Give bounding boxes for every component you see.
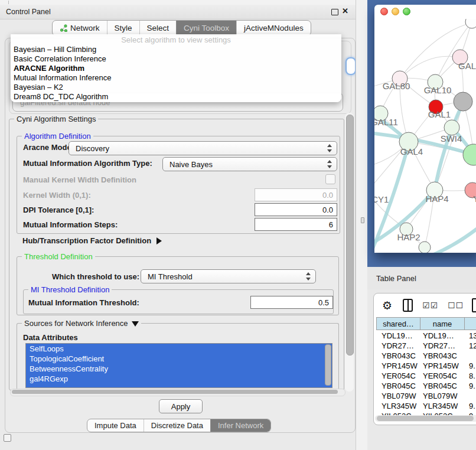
network-node[interactable]: [463, 144, 476, 165]
kernel-width-field[interactable]: 0.0: [255, 188, 337, 201]
tab-network[interactable]: Network: [53, 21, 107, 35]
float-window-icon[interactable]: [331, 9, 338, 15]
manual-kernel-checkbox[interactable]: [325, 174, 335, 184]
algorithm-option[interactable]: Bayesian – K2: [11, 83, 341, 92]
which-threshold-value: MI Threshold: [148, 272, 193, 281]
spinner-arrows-icon: [327, 160, 332, 168]
attribute-item[interactable]: BetweennessCentrality: [26, 364, 332, 374]
table-horizontal-scrollbar[interactable]: [375, 415, 476, 422]
tab-style[interactable]: Style: [107, 21, 139, 35]
data-attributes-list[interactable]: SelfLoops TopologicalCoefficient Between…: [25, 343, 332, 388]
network-node[interactable]: [419, 242, 431, 253]
table-row[interactable]: YBR043CYBR043C: [377, 351, 476, 361]
table-cell[interactable]: YBL079W: [377, 392, 420, 400]
table-cell[interactable]: 9.: [465, 361, 475, 370]
dpi-tolerance-field[interactable]: 0.0: [255, 203, 337, 216]
algorithm-option[interactable]: Basic Correlation Inference: [11, 54, 341, 64]
window-minimize-icon[interactable]: [392, 8, 399, 15]
attribute-item[interactable]: TopologicalCoefficient: [26, 354, 332, 364]
cyni-algorithm-settings-group: Cyni Algorithm Settings Algorithm Defini…: [9, 119, 344, 390]
tab-jactivemnodules[interactable]: jActiveMNodules: [236, 21, 311, 35]
table-cell[interactable]: 9.: [465, 402, 475, 410]
tab-cyni-toolbox[interactable]: Cyni Toolbox: [176, 21, 236, 35]
table-row[interactable]: YDR27…YDR27…12: [377, 341, 476, 351]
sources-group-title[interactable]: Sources for Network Inference: [22, 319, 141, 328]
aracne-mode-value: Discovery: [76, 144, 109, 153]
table-row[interactable]: YER054CYER054C8.: [377, 371, 476, 381]
network-view-window[interactable]: GALGAL80GAL10GAL1GAL11SWI4GAL4GCY1HAP4YH…: [374, 5, 476, 253]
table-cell[interactable]: YDL19…: [420, 331, 465, 340]
table-cell[interactable]: YPR145W: [377, 361, 420, 370]
table-cell[interactable]: 12: [465, 341, 476, 350]
panel-splitter[interactable]: [356, 0, 369, 450]
mi-algorithm-type-combobox[interactable]: Naive Bayes: [162, 157, 337, 171]
hub-definition-expander[interactable]: Hub/Transcription Factor Definition: [22, 235, 162, 246]
table-cell[interactable]: YER054C: [377, 371, 420, 380]
split-pane-icon[interactable]: [403, 299, 413, 312]
tab-select[interactable]: Select: [139, 21, 177, 35]
table-cell[interactable]: YDL19…: [377, 331, 420, 340]
mi-steps-field[interactable]: 6: [255, 218, 337, 231]
deselect-all-checkboxes-icon[interactable]: ☐☐: [448, 301, 464, 310]
network-node[interactable]: [454, 92, 472, 111]
which-threshold-combobox[interactable]: MI Threshold: [141, 269, 316, 283]
settings-vertical-scrollbar[interactable]: [345, 113, 354, 392]
network-canvas[interactable]: GALGAL80GAL10GAL1GAL11SWI4GAL4GCY1HAP4YH…: [374, 19, 476, 253]
settings-horizontal-scrollbar[interactable]: [10, 389, 345, 396]
document-icon[interactable]: [472, 298, 476, 312]
select-all-checkboxes-icon[interactable]: ☑☑: [422, 301, 438, 310]
table-cell[interactable]: YDR27…: [420, 341, 465, 350]
attribute-item[interactable]: gal4RGexp: [26, 374, 332, 384]
table-horizontal-scrollbar-thumb[interactable]: [377, 416, 474, 421]
window-close-icon[interactable]: [380, 8, 388, 15]
table-cell[interactable]: YLR345W: [420, 402, 465, 410]
control-panel-titlebar: Control Panel: [0, 5, 356, 19]
algorithm-option[interactable]: Dream8 DC_TDC Algorithm: [11, 92, 341, 102]
table-row[interactable]: YDL19…YDL19…13: [377, 331, 476, 341]
column-header-partial[interactable]: [464, 317, 476, 330]
table-row[interactable]: YBL079WYBL079W: [377, 391, 476, 401]
column-header-name[interactable]: name: [420, 317, 465, 330]
close-icon[interactable]: ✕: [342, 6, 348, 15]
gear-icon[interactable]: ⚙: [382, 299, 392, 312]
settings-horizontal-scrollbar-thumb[interactable]: [12, 390, 338, 394]
table-row[interactable]: YPR145WYPR145W9.: [377, 361, 476, 371]
apply-button[interactable]: Apply: [159, 399, 203, 413]
aracne-mode-combobox[interactable]: Discovery: [69, 141, 337, 155]
settings-vertical-scrollbar-thumb[interactable]: [346, 115, 354, 356]
docked-panel-icon[interactable]: [4, 434, 11, 442]
tab-infer-network[interactable]: Infer Network: [210, 419, 270, 432]
table-cell[interactable]: YLR345W: [377, 402, 420, 410]
network-edge[interactable]: [435, 22, 472, 82]
table-row[interactable]: YLR345WYLR345W9.: [377, 401, 476, 411]
table-cell[interactable]: YPR145W: [420, 361, 465, 370]
table-cell[interactable]: 13: [465, 331, 476, 340]
table-cell[interactable]: YBR043C: [377, 351, 420, 360]
splitter-handle[interactable]: [361, 217, 364, 223]
table-cell[interactable]: YDR27…: [377, 341, 420, 350]
network-node-label: GAL10: [424, 85, 452, 95]
table-cell[interactable]: YBL079W: [420, 392, 465, 400]
table-body: YDL19…YDL19…13YDR27…YDR27…12YBR043CYBR04…: [377, 331, 476, 421]
table-cell[interactable]: 8.: [465, 371, 475, 380]
algorithm-option-selected[interactable]: ARACNE Algorithm: [11, 64, 341, 73]
table-cell[interactable]: YBR045C: [420, 381, 465, 390]
tab-impute-data[interactable]: Impute Data: [87, 419, 144, 432]
table-cell[interactable]: YBR045C: [377, 381, 420, 390]
spinner-arrows-icon: [306, 272, 311, 281]
tab-discretize-data[interactable]: Discretize Data: [144, 419, 210, 432]
network-node-label: GAL4: [400, 146, 423, 156]
network-edge-highlighted[interactable]: [432, 227, 476, 253]
table-cell[interactable]: YBR043C: [420, 351, 465, 360]
mi-threshold-field[interactable]: 0.5: [250, 296, 333, 309]
table-cell[interactable]: 9.: [465, 381, 475, 390]
table-cell[interactable]: YER054C: [420, 371, 465, 380]
network-node[interactable]: [465, 19, 476, 28]
window-zoom-icon[interactable]: [403, 8, 410, 15]
algorithm-option[interactable]: Mutual Information Inference: [11, 73, 341, 83]
column-header-shared-name[interactable]: shared…: [376, 317, 420, 330]
attributes-list-scrollbar[interactable]: [325, 344, 331, 386]
attribute-item[interactable]: SelfLoops: [26, 344, 332, 354]
algorithm-option[interactable]: Bayesian – Hill Climbing: [11, 45, 341, 54]
table-row[interactable]: YBR045CYBR045C9.: [377, 381, 476, 391]
